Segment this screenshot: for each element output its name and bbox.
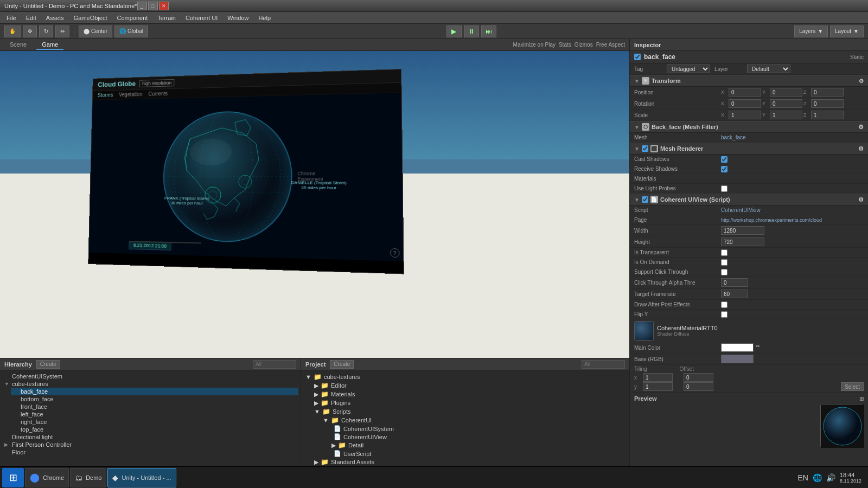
scale-z[interactable] — [811, 111, 844, 119]
target-framerate-input[interactable] — [721, 290, 748, 298]
step-button[interactable]: ⏭ — [481, 25, 496, 37]
layers-dropdown[interactable]: Layers ▼ — [794, 25, 828, 37]
transform-settings-icon[interactable]: ⚙ — [859, 78, 864, 84]
move-tool-button[interactable]: ✥ — [23, 25, 37, 37]
network-icon[interactable]: 🌐 — [813, 473, 822, 482]
stats-button[interactable]: Stats — [559, 42, 571, 48]
coherent-settings-icon[interactable]: ⚙ — [858, 196, 864, 203]
hierarchy-create-button[interactable]: Create — [36, 360, 60, 369]
hierarchy-item-right-face[interactable]: right_face — [11, 418, 298, 426]
viewport[interactable]: Cloud Globe high resolution Storms Veget… — [0, 51, 629, 358]
volume-icon[interactable]: 🔊 — [826, 473, 835, 482]
tab-game[interactable]: Game — [36, 40, 63, 50]
minimize-button[interactable]: _ — [137, 2, 147, 10]
menu-component[interactable]: Component — [112, 14, 152, 22]
select-button[interactable]: Select — [841, 382, 864, 391]
play-button[interactable]: ▶ — [446, 25, 462, 37]
use-light-probes-checkbox[interactable] — [721, 185, 727, 192]
project-create-button[interactable]: Create — [330, 360, 354, 369]
tab-scene[interactable]: Scene — [4, 40, 32, 50]
layer-selector[interactable]: Default — [747, 65, 790, 73]
rotation-y[interactable] — [770, 99, 802, 108]
width-input[interactable] — [721, 226, 764, 235]
hand-tool-button[interactable]: ✋ — [4, 25, 21, 37]
nav-vegetation[interactable]: Vegetation — [119, 91, 142, 98]
hierarchy-item-first-person[interactable]: ▶ First Person Controller — [2, 441, 298, 448]
mesh-renderer-header[interactable]: ▼ ⬛ Mesh Renderer ⚙ — [630, 143, 868, 155]
coherent-uiview-header[interactable]: ▼ 📄 Coherent UIView (Script) ⚙ — [630, 194, 868, 206]
support-click-checkbox[interactable] — [721, 269, 727, 275]
menu-edit[interactable]: Edit — [22, 14, 41, 22]
rotation-z[interactable] — [811, 99, 844, 108]
free-aspect-label[interactable]: Free Aspect — [596, 42, 625, 48]
hierarchy-item-floor[interactable]: Floor — [2, 448, 298, 456]
is-on-demand-checkbox[interactable] — [721, 259, 727, 266]
project-item-editor[interactable]: ▶ 📁 Editor — [312, 381, 627, 390]
menu-terrain[interactable]: Terrain — [153, 14, 180, 22]
menu-file[interactable]: File — [2, 14, 21, 22]
tag-selector[interactable]: Untagged — [667, 65, 710, 73]
tiling-x-input[interactable] — [643, 373, 673, 382]
hierarchy-search[interactable] — [253, 360, 296, 369]
maximize-button[interactable]: □ — [148, 2, 158, 10]
menu-gameobject[interactable]: GameObject — [69, 14, 112, 22]
draw-post-effects-checkbox[interactable] — [721, 301, 727, 308]
edit-icon[interactable]: ✏ — [756, 343, 760, 352]
project-item-plugins[interactable]: ▶ 📁 Plugins — [312, 399, 627, 407]
click-alpha-input[interactable] — [721, 278, 748, 287]
hierarchy-item-coherentuisystem[interactable]: CoherentUISystem — [2, 373, 298, 380]
hierarchy-item-front-face[interactable]: front_face — [11, 403, 298, 410]
offset-y-input[interactable] — [684, 382, 713, 391]
hierarchy-item-directional-light[interactable]: Directional light — [2, 433, 298, 441]
start-button[interactable]: ⊞ — [2, 468, 24, 487]
project-item-detail[interactable]: ▶ 📁 Detail — [329, 441, 627, 450]
hierarchy-item-top-face[interactable]: top_face — [11, 426, 298, 433]
nav-currents[interactable]: Currents — [148, 91, 168, 97]
mesh-filter-header[interactable]: ▼ ⬡ Back_face (Mesh Filter) ⚙ — [630, 121, 868, 133]
mesh-renderer-settings-icon[interactable]: ⚙ — [858, 145, 864, 152]
receive-shadows-checkbox[interactable] — [721, 166, 727, 172]
layout-dropdown[interactable]: Layout ▼ — [830, 25, 864, 37]
tiling-y-input[interactable] — [643, 382, 673, 391]
cast-shadows-checkbox[interactable] — [721, 156, 727, 163]
project-item-userscript[interactable]: 📄 UserScript — [329, 450, 627, 458]
menu-window[interactable]: Window — [223, 14, 253, 22]
project-item-coherentuisystem[interactable]: 📄 CoherentUISystem — [329, 425, 627, 433]
close-button[interactable]: ✕ — [159, 2, 169, 10]
global-local-button[interactable]: 🌐 Global — [114, 25, 148, 37]
hierarchy-item-back-face[interactable]: back_face — [11, 388, 298, 395]
menu-help[interactable]: Help — [254, 14, 275, 22]
hierarchy-item-bottom-face[interactable]: bottom_face — [11, 395, 298, 403]
offset-x-input[interactable] — [684, 373, 713, 382]
project-item-materials[interactable]: ▶ 📁 Materials — [312, 390, 627, 399]
position-z[interactable] — [811, 88, 844, 97]
pause-button[interactable]: ⏸ — [464, 25, 479, 37]
object-active-checkbox[interactable] — [634, 54, 641, 60]
taskbar-unity[interactable]: ◆ Unity - Untitled - ... — [107, 468, 176, 487]
taskbar-demo[interactable]: 🗂 Demo — [70, 468, 106, 487]
main-color-picker[interactable] — [721, 343, 754, 352]
scale-x[interactable] — [729, 111, 761, 119]
center-pivot-button[interactable]: ⬤ Center — [79, 25, 112, 37]
rotation-x[interactable] — [729, 99, 761, 108]
hierarchy-item-cube-textures[interactable]: ▼ cube-textures — [2, 380, 298, 388]
taskbar-chrome[interactable]: ⬤ Chrome — [25, 468, 69, 487]
project-item-standard-assets[interactable]: ▶ 📁 Standard Assets — [312, 458, 627, 466]
hierarchy-item-left-face[interactable]: left_face — [11, 410, 298, 418]
height-input[interactable] — [721, 237, 764, 246]
scale-tool-button[interactable]: ⇔ — [55, 25, 69, 37]
project-item-scripts[interactable]: ▼ 📁 Scripts — [312, 407, 627, 416]
nav-storms[interactable]: Storms — [98, 92, 113, 98]
mesh-renderer-enabled[interactable] — [642, 145, 648, 152]
menu-assets[interactable]: Assets — [42, 14, 68, 22]
help-button[interactable]: ? — [390, 248, 400, 258]
lang-indicator[interactable]: EN — [798, 473, 808, 482]
mesh-filter-settings-icon[interactable]: ⚙ — [858, 124, 864, 131]
flip-y-checkbox[interactable] — [721, 311, 727, 318]
is-transparent-checkbox[interactable] — [721, 249, 727, 256]
project-item-cube-textures[interactable]: ▼ 📁 cube-textures — [303, 373, 627, 381]
maximize-on-play[interactable]: Maximize on Play — [513, 42, 556, 48]
project-search[interactable] — [582, 360, 625, 369]
scale-y[interactable] — [770, 111, 802, 119]
project-item-coherentui[interactable]: ▼ 📁 CoherentUI — [321, 416, 627, 425]
